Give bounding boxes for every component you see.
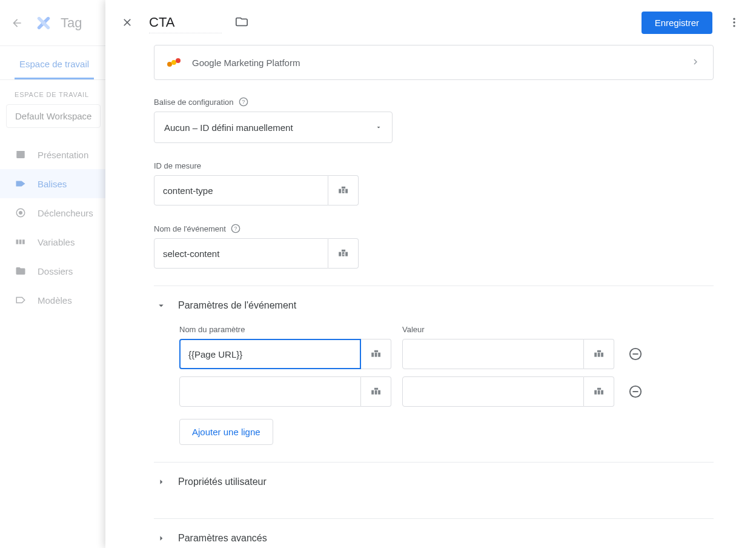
param-value-header: Valeur [402,325,584,334]
chevron-right-icon [690,56,701,69]
svg-rect-32 [378,353,380,357]
svg-rect-40 [371,390,374,395]
config-tag-value: Aucun – ID défini manuellement [164,122,293,133]
advanced-title: Paramètres avancés [178,533,267,544]
modal-body: Google Marketing Platform Balise de conf… [105,45,756,548]
add-row-button[interactable]: Ajouter une ligne [179,419,273,445]
variable-picker-icon[interactable]: + [328,238,359,269]
svg-rect-25 [339,252,341,256]
param-value-input[interactable] [402,376,584,407]
svg-point-10 [733,18,735,20]
svg-rect-41 [374,390,377,395]
dropdown-icon [375,122,382,133]
folder-outline-icon[interactable] [235,15,248,30]
svg-point-15 [176,58,181,63]
close-icon[interactable] [115,10,139,35]
svg-rect-46 [601,390,603,395]
variable-picker-icon[interactable]: + [328,175,359,206]
gmp-icon [167,55,181,70]
more-menu-icon[interactable] [722,10,746,35]
param-row [179,376,714,407]
svg-rect-27 [345,252,348,256]
remove-row-icon[interactable] [625,381,646,402]
svg-rect-43 [374,388,377,390]
save-button[interactable]: Enregistrer [642,12,712,34]
svg-point-13 [167,62,172,67]
svg-point-14 [171,60,176,65]
remove-row-icon[interactable] [625,344,646,364]
svg-rect-33 [374,350,377,352]
advanced-toggle[interactable]: Paramètres avancés [154,519,714,548]
svg-rect-49 [632,391,638,392]
param-row [179,339,714,369]
tag-name-input[interactable] [149,12,222,33]
variable-picker-icon[interactable] [584,376,614,407]
modal-header: Enregistrer [105,0,756,45]
param-name-header: Nom du paramètre [179,325,361,334]
measurement-id-input[interactable] [154,175,328,206]
svg-rect-31 [374,353,377,357]
svg-rect-45 [597,390,600,395]
svg-rect-18 [339,189,341,193]
config-tag-label: Balise de configuration ? [154,97,714,107]
event-params-body: Nom du paramètre Valeur [154,325,714,445]
variable-picker-icon[interactable] [584,339,614,369]
variable-picker-icon[interactable] [361,339,391,369]
svg-rect-42 [378,390,380,395]
svg-rect-47 [597,388,600,390]
config-tag-select[interactable]: Aucun – ID défini manuellement [154,112,393,143]
svg-text:?: ? [234,226,237,232]
svg-rect-34 [594,353,597,357]
svg-rect-39 [632,353,638,355]
event-name-input[interactable] [154,238,328,269]
chevron-right-icon [154,475,168,489]
svg-rect-35 [597,353,600,357]
tag-editor-modal: Enregistrer Google Marketing Platform Ba… [105,0,756,548]
param-value-input[interactable] [402,339,584,369]
svg-rect-44 [594,390,597,395]
chevron-down-icon [154,298,168,313]
variable-picker-icon[interactable] [361,376,391,407]
svg-rect-36 [601,353,603,357]
svg-text:?: ? [242,99,245,105]
event-params-toggle[interactable]: Paramètres de l'événement [154,286,714,325]
help-icon[interactable]: ? [231,224,240,233]
svg-rect-37 [597,350,600,352]
param-name-input[interactable] [179,339,361,369]
svg-rect-30 [371,353,374,357]
svg-text:+: + [342,252,345,256]
tag-type-row[interactable]: Google Marketing Platform [154,45,714,80]
svg-point-12 [733,25,735,27]
help-icon[interactable]: ? [239,97,248,107]
svg-text:+: + [342,189,345,193]
chevron-right-icon [154,531,168,546]
svg-point-11 [733,21,735,23]
user-properties-toggle[interactable]: Propriétés utilisateur [154,463,714,501]
event-params-title: Paramètres de l'événement [178,300,296,311]
param-name-input[interactable] [179,376,361,407]
user-properties-title: Propriétés utilisateur [178,476,267,487]
tag-type-label: Google Marketing Platform [192,58,300,68]
svg-rect-20 [345,189,348,193]
event-name-label: Nom de l'événement ? [154,224,714,233]
measurement-id-label: ID de mesure [154,161,714,170]
